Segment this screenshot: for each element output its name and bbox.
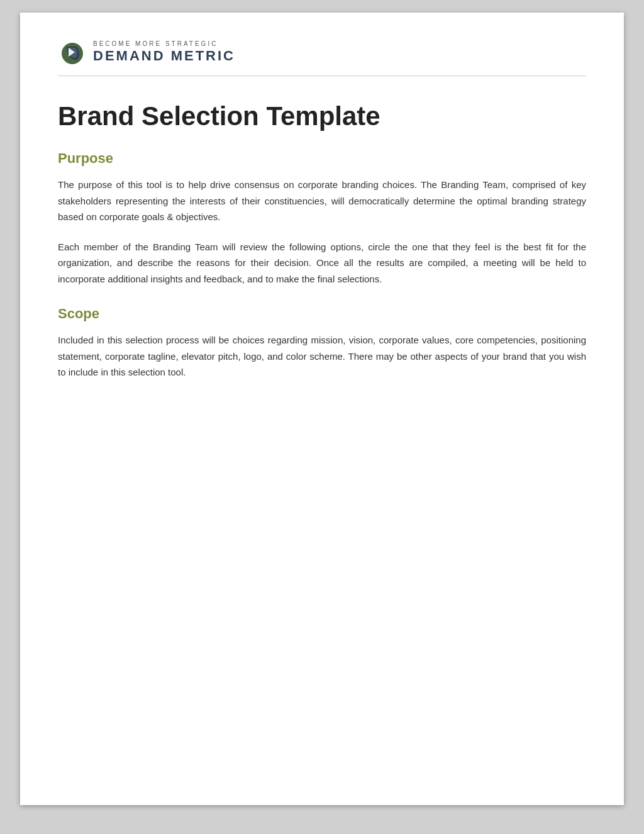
logo-text: Become More Strategic Demand Metric [93,40,235,64]
page-header: Become More Strategic Demand Metric [58,38,586,76]
scope-heading: Scope [58,306,586,322]
page-container: Become More Strategic Demand Metric Bran… [20,13,624,805]
purpose-paragraph-1: The purpose of this tool is to help driv… [58,177,586,225]
demand-metric-logo-icon [58,38,87,67]
scope-section: Scope Included in this selection process… [58,306,586,381]
purpose-paragraph-2: Each member of the Branding Team will re… [58,239,586,287]
purpose-heading: Purpose [58,150,586,167]
logo-tagline: Become More Strategic [93,40,235,48]
page-title: Brand Selection Template [58,101,586,131]
logo-brand-name: Demand Metric [93,48,235,64]
purpose-section: Purpose The purpose of this tool is to h… [58,150,586,287]
scope-paragraph-1: Included in this selection process will … [58,332,586,381]
